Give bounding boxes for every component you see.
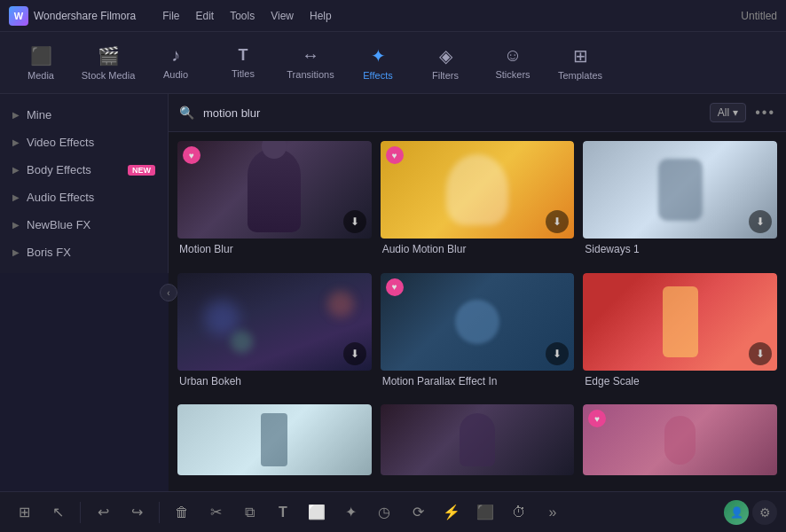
tool-cursor[interactable]: ↖: [43, 497, 73, 528]
sidebar-body-effects-label: Body Effects: [27, 163, 121, 176]
download-icon-motion-blur[interactable]: ⬇: [343, 210, 366, 233]
toolbar-titles[interactable]: T Titles: [211, 36, 275, 90]
search-icon: 🔍: [179, 106, 194, 120]
user-avatar[interactable]: 👤: [724, 500, 749, 525]
heart-icon-motion-parallax[interactable]: ♥: [386, 278, 404, 296]
video-effects-arrow: ▶: [12, 137, 20, 147]
thumb-shape-7: [261, 413, 287, 466]
toolbar-effects-label: Effects: [363, 70, 392, 81]
toolbar-titles-label: Titles: [232, 68, 255, 79]
menu-file[interactable]: File: [162, 10, 179, 22]
effect-name-urban-bokeh: Urban Bokeh: [177, 371, 372, 389]
tool-rotate[interactable]: ⟳: [403, 497, 433, 528]
download-icon-motion-parallax[interactable]: ⬇: [546, 342, 569, 365]
effect-thumb-motion-blur: ♥ ⬇: [177, 141, 372, 239]
toolbar-stock-label: Stock Media: [82, 70, 136, 81]
thumb-figure-8: [381, 404, 575, 475]
main-toolbar: ⬛ Media 🎬 Stock Media ♪ Audio T Titles ↔…: [0, 32, 786, 94]
toolbar-templates-label: Templates: [558, 70, 602, 81]
menu-tools[interactable]: Tools: [230, 10, 255, 22]
effect-name-motion-blur: Motion Blur: [177, 239, 372, 257]
tool-text[interactable]: T: [268, 497, 298, 528]
tool-mask[interactable]: ✦: [335, 497, 365, 528]
sidebar-item-mine[interactable]: ▶ Mine: [0, 101, 168, 129]
effects-icon: ✦: [371, 45, 386, 66]
tool-export[interactable]: ⬛: [470, 497, 500, 528]
effect-card-7[interactable]: [177, 404, 372, 482]
sidebar-boris-label: Boris FX: [27, 246, 155, 259]
search-filter-dropdown[interactable]: All ▾: [710, 103, 746, 122]
sidebar-item-video-effects[interactable]: ▶ Video Effects: [0, 129, 168, 156]
effect-card-audio-motion-blur[interactable]: ♥ ⬇ Audio Motion Blur: [381, 141, 575, 264]
menu-help[interactable]: Help: [310, 10, 332, 22]
main-content: ▶ Mine ▶ Video Effects ▶ Body Effects NE…: [0, 94, 786, 491]
transitions-icon: ↔: [302, 45, 319, 66]
toolbar-stickers[interactable]: ☺ Stickers: [481, 36, 545, 90]
heart-icon-motion-blur[interactable]: ♥: [183, 146, 200, 164]
thumb-shape-9: [664, 416, 696, 465]
effect-card-motion-parallax[interactable]: ♥ ⬇ Motion Parallax Effect In: [381, 273, 575, 396]
app-logo-icon: W: [9, 6, 28, 26]
settings-button[interactable]: ⚙: [752, 500, 777, 525]
stickers-icon: ☺: [504, 45, 522, 66]
effect-card-8[interactable]: [381, 404, 575, 482]
toolbar-effects[interactable]: ✦ Effects: [346, 36, 410, 90]
toolbar-filters[interactable]: ◈ Filters: [413, 36, 477, 90]
effect-name-edge-scale: Edge Scale: [583, 371, 777, 389]
sidebar-item-newblue-fx[interactable]: ▶ NewBlue FX: [0, 211, 168, 239]
tool-undo[interactable]: ↩: [88, 497, 118, 528]
app-name: Wondershare Filmora: [34, 10, 136, 22]
stock-media-icon: 🎬: [98, 45, 120, 66]
thumb-figure-7: [177, 404, 372, 475]
effect-card-9[interactable]: ♥: [583, 404, 777, 482]
window-title: Untitled: [741, 10, 777, 22]
tool-more[interactable]: »: [538, 497, 568, 528]
bottom-toolbar: ⊞ ↖ ↩ ↪ 🗑 ✂ ⧉ T ⬜ ✦ ◷ ⟳ ⚡ ⬛ ⏱ » 👤 ⚙: [0, 491, 786, 532]
filter-label: All: [718, 106, 729, 119]
effect-card-motion-blur[interactable]: ♥ ⬇ Motion Blur: [177, 141, 372, 264]
menu-edit[interactable]: Edit: [196, 10, 215, 22]
bokeh-circle-3: [231, 331, 253, 353]
toolbar-transitions-label: Transitions: [287, 69, 334, 80]
effect-card-edge-scale[interactable]: ⬇ Edge Scale: [583, 273, 777, 396]
filter-chevron-icon: ▾: [733, 106, 738, 119]
tool-delete[interactable]: 🗑: [167, 497, 197, 528]
download-icon-sideways[interactable]: ⬇: [749, 210, 772, 233]
toolbar-media[interactable]: ⬛ Media: [9, 36, 73, 90]
tool-grid[interactable]: ⊞: [9, 497, 39, 528]
effect-thumb-edge-scale: ⬇: [583, 273, 777, 371]
download-icon-edge-scale[interactable]: ⬇: [749, 342, 772, 365]
toolbar-audio-label: Audio: [163, 69, 188, 80]
download-icon-urban-bokeh[interactable]: ⬇: [343, 342, 366, 365]
tool-crop[interactable]: ⧉: [234, 497, 264, 528]
toolbar-transitions[interactable]: ↔ Transitions: [279, 36, 342, 90]
effect-card-sideways[interactable]: ⬇ Sideways 1: [583, 141, 777, 264]
heart-icon-audio-motion-blur[interactable]: ♥: [386, 146, 404, 164]
search-more-button[interactable]: •••: [755, 105, 775, 121]
effect-name-sideways: Sideways 1: [583, 239, 777, 257]
effect-thumb-7: [177, 404, 372, 475]
sidebar-item-body-effects[interactable]: ▶ Body Effects NEW: [0, 156, 168, 184]
menu-view[interactable]: View: [271, 10, 294, 22]
tool-redo[interactable]: ↪: [122, 497, 152, 528]
tool-cut[interactable]: ✂: [200, 497, 231, 528]
thumb-figure-1: [177, 141, 372, 239]
sidebar-item-audio-effects[interactable]: ▶ Audio Effects: [0, 184, 168, 211]
thumb-figure-9: [583, 404, 777, 475]
toolbar-stickers-label: Stickers: [495, 69, 530, 80]
tool-clock[interactable]: ⏱: [504, 497, 534, 528]
toolbar-stock-media[interactable]: 🎬 Stock Media: [76, 36, 140, 90]
tool-timer[interactable]: ◷: [369, 497, 399, 528]
toolbar-templates[interactable]: ⊞ Templates: [548, 36, 612, 90]
tool-speed[interactable]: ⚡: [436, 497, 467, 528]
effect-card-urban-bokeh[interactable]: ⬇ Urban Bokeh: [177, 273, 372, 396]
toolbar-divider-2: [159, 502, 160, 523]
sidebar-toggle[interactable]: ‹: [160, 284, 177, 301]
tool-record[interactable]: ⬜: [302, 497, 332, 528]
menu-bar: W Wondershare Filmora File Edit Tools Vi…: [0, 0, 786, 32]
sidebar-video-effects-label: Video Effects: [27, 136, 155, 149]
search-input[interactable]: [203, 106, 701, 120]
toolbar-audio[interactable]: ♪ Audio: [144, 36, 208, 90]
sidebar-item-boris-fx[interactable]: ▶ Boris FX: [0, 239, 168, 266]
parallax-shape-1: [455, 300, 499, 344]
